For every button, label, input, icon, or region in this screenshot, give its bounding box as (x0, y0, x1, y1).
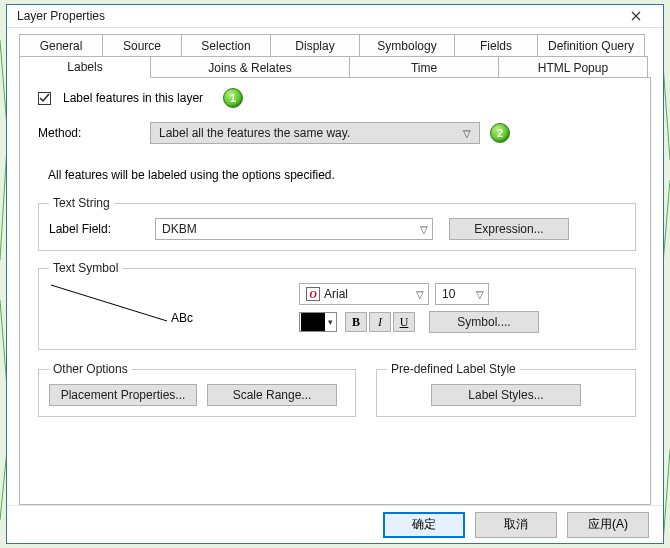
method-description: All features will be labeled using the o… (48, 168, 636, 182)
italic-button[interactable]: I (369, 312, 391, 332)
method-dropdown[interactable]: Label all the features the same way. ▽ (150, 122, 480, 144)
text-string-group: Text String Label Field: DKBM ▽ Expressi… (38, 196, 636, 251)
window-title: Layer Properties (17, 9, 615, 23)
close-button[interactable] (615, 5, 657, 27)
chevron-down-icon: ▽ (459, 128, 475, 139)
chevron-down-icon: ▽ (416, 224, 432, 235)
chevron-down-icon: ▽ (412, 289, 428, 300)
font-name-dropdown[interactable]: OArial ▽ (299, 283, 429, 305)
symbol-button[interactable]: Symbol.... (429, 311, 539, 333)
font-size-dropdown[interactable]: 10 ▽ (435, 283, 489, 305)
tab-display[interactable]: Display (270, 34, 360, 56)
cancel-button[interactable]: 取消 (475, 512, 557, 538)
apply-button[interactable]: 应用(A) (567, 512, 649, 538)
chevron-down-icon: ▽ (472, 289, 488, 300)
label-field-dropdown[interactable]: DKBM ▽ (155, 218, 433, 240)
close-icon (631, 11, 641, 21)
tab-row-lower: LabelsJoins & RelatesTimeHTML Popup (19, 56, 651, 78)
tab-html-popup[interactable]: HTML Popup (498, 56, 648, 78)
tab-fields[interactable]: Fields (454, 34, 538, 56)
placement-properties-button[interactable]: Placement Properties... (49, 384, 197, 406)
tab-definition-query[interactable]: Definition Query (537, 34, 645, 56)
svg-line-6 (663, 450, 670, 544)
tab-time[interactable]: Time (349, 56, 499, 78)
method-label: Method: (38, 126, 150, 140)
font-color-picker[interactable]: ▾ (299, 312, 337, 332)
scale-range-button[interactable]: Scale Range... (207, 384, 337, 406)
layer-properties-dialog: Layer Properties GeneralSourceSelectionD… (6, 4, 664, 544)
underline-button[interactable]: U (393, 312, 415, 332)
caret-down-icon: ▾ (325, 317, 336, 327)
label-features-checkbox-label: Label features in this layer (63, 91, 203, 105)
color-swatch-fill (301, 313, 325, 331)
text-symbol-legend: Text Symbol (49, 261, 122, 275)
tab-general[interactable]: General (19, 34, 103, 56)
tab-joins-relates[interactable]: Joins & Relates (150, 56, 350, 78)
text-symbol-group: Text Symbol ABc OArial ▽ (38, 261, 636, 350)
label-styles-button[interactable]: Label Styles... (431, 384, 581, 406)
callout-badge-2: 2 (490, 123, 510, 143)
predefined-legend: Pre-defined Label Style (387, 362, 520, 376)
bold-button[interactable]: B (345, 312, 367, 332)
dialog-footer: 确定 取消 应用(A) (7, 505, 663, 543)
titlebar: Layer Properties (7, 5, 663, 28)
tab-labels[interactable]: Labels (19, 56, 151, 78)
text-string-legend: Text String (49, 196, 114, 210)
method-dropdown-value: Label all the features the same way. (159, 126, 350, 140)
symbol-preview: ABc (49, 283, 279, 339)
ok-button[interactable]: 确定 (383, 512, 465, 538)
tab-symbology[interactable]: Symbology (359, 34, 455, 56)
expression-button[interactable]: Expression... (449, 218, 569, 240)
svg-line-7 (51, 285, 167, 321)
other-options-legend: Other Options (49, 362, 132, 376)
label-field-value: DKBM (162, 222, 197, 236)
symbol-preview-text: ABc (171, 311, 193, 325)
font-type-icon: O (306, 287, 320, 301)
callout-badge-1: 1 (223, 88, 243, 108)
labels-tab-panel: Label features in this layer 1 Method: L… (19, 77, 651, 505)
label-features-checkbox[interactable] (38, 92, 51, 105)
checkmark-icon (39, 93, 50, 104)
tab-row-upper: GeneralSourceSelectionDisplaySymbologyFi… (19, 34, 651, 56)
tab-source[interactable]: Source (102, 34, 182, 56)
label-field-label: Label Field: (49, 222, 155, 236)
predefined-label-style-group: Pre-defined Label Style Label Styles... (376, 362, 636, 417)
tab-selection[interactable]: Selection (181, 34, 271, 56)
other-options-group: Other Options Placement Properties... Sc… (38, 362, 356, 417)
